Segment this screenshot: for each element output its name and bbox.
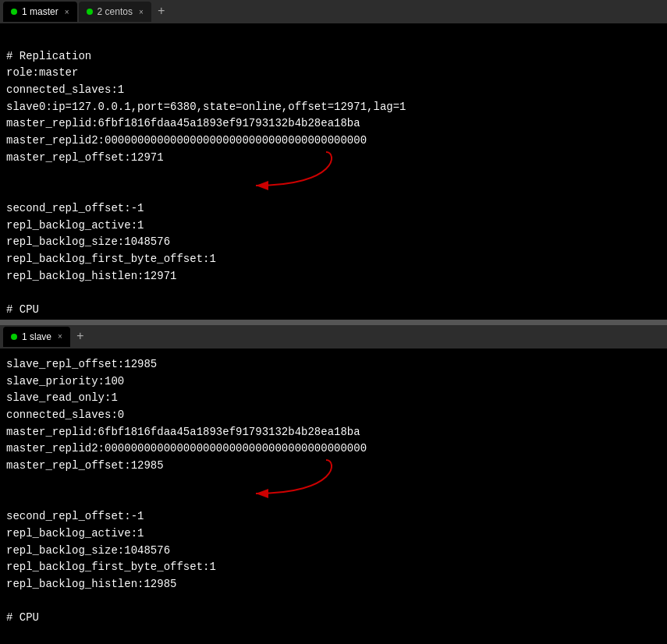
- panel-top: 1 master × 2 centos × + # Replication ro…: [0, 0, 667, 320]
- terminal-line-repl-backlog-first-bottom: repl_backlog_first_byte_offset:1: [6, 559, 661, 576]
- terminal-line-replication-header: # Replication: [6, 48, 661, 65]
- tab-master-dot: [11, 9, 17, 15]
- terminal-line-slave-priority: slave_priority:100: [6, 373, 661, 391]
- terminal-line-master-replid2-bottom: master_replid2:0000000000000000000000000…: [6, 441, 661, 458]
- tab-master-label: 1 master: [22, 6, 59, 17]
- app-container: 1 master × 2 centos × + # Replication ro…: [0, 0, 667, 644]
- terminal-line-master-repl-offset: master_repl_offset:12971: [6, 150, 661, 200]
- terminal-line-slave-read-only: slave_read_only:1: [6, 390, 661, 407]
- terminal-line-slave0: slave0:ip=127.0.0.1,port=6380,state=onli…: [6, 99, 661, 116]
- terminal-line-repl-backlog-histlen-bottom: repl_backlog_histlen:12985: [6, 576, 661, 593]
- terminal-line-repl-backlog-active: repl_backlog_active:1: [6, 218, 661, 235]
- tab-centos[interactable]: 2 centos ×: [79, 2, 151, 22]
- terminal-top: # Replication role:master connected_slav…: [0, 23, 667, 320]
- tab-centos-close[interactable]: ×: [139, 8, 144, 16]
- terminal-line-role: role:master: [6, 65, 661, 82]
- arrow-icon-top: [248, 148, 342, 191]
- terminal-line-repl-backlog-histlen: repl_backlog_histlen:12971: [6, 268, 661, 285]
- terminal-line-repl-backlog-active-bottom: repl_backlog_active:1: [6, 525, 661, 543]
- terminal-line-master-replid2: master_replid2:0000000000000000000000000…: [6, 133, 661, 150]
- terminal-line-connected-slaves: connected_slaves:1: [6, 82, 661, 99]
- tab-slave-dot: [11, 334, 17, 340]
- terminal-line-cpu-bottom: # CPU: [6, 610, 661, 627]
- tab-slave-close[interactable]: ×: [58, 332, 62, 341]
- tab-slave[interactable]: 1 slave ×: [3, 327, 70, 347]
- tab-centos-label: 2 centos: [98, 6, 133, 17]
- terminal-line-cpu-top: # CPU: [6, 302, 661, 319]
- terminal-bottom: slave_repl_offset:12985 slave_priority:1…: [0, 349, 667, 644]
- tab-bar-bottom: 1 slave × +: [0, 325, 667, 349]
- terminal-line-connected-slaves-bottom: connected_slaves:0: [6, 407, 661, 424]
- panel-bottom: 1 slave × + slave_repl_offset:12985 slav…: [0, 323, 667, 644]
- terminal-line-empty1: [6, 31, 661, 48]
- terminal-line-second-repl-offset: second_repl_offset:-1: [6, 200, 661, 218]
- terminal-line-repl-backlog-first: repl_backlog_first_byte_offset:1: [6, 251, 661, 268]
- tab-bar-top: 1 master × 2 centos × +: [0, 0, 667, 23]
- terminal-line-master-repl-offset-bottom: master_repl_offset:12985: [6, 458, 661, 508]
- add-tab-top-button[interactable]: +: [153, 3, 170, 20]
- terminal-line-master-replid: master_replid:6fbf1816fdaa45a1893ef91793…: [6, 115, 661, 133]
- terminal-line-repl-backlog-size: repl_backlog_size:1048576: [6, 234, 661, 251]
- tab-slave-label: 1 slave: [22, 331, 51, 342]
- terminal-line-empty2: [6, 285, 661, 302]
- terminal-line-repl-backlog-size-bottom: repl_backlog_size:1048576: [6, 543, 661, 560]
- add-tab-bottom-button[interactable]: +: [72, 328, 89, 345]
- terminal-line-empty-bottom: [6, 593, 661, 610]
- terminal-line-second-repl-offset-bottom: second_repl_offset:-1: [6, 508, 661, 525]
- tab-master-close[interactable]: ×: [65, 8, 69, 16]
- tab-centos-dot: [87, 9, 93, 15]
- terminal-line-slave-repl-offset: slave_repl_offset:12985: [6, 356, 661, 373]
- tab-master[interactable]: 1 master ×: [3, 2, 77, 22]
- arrow-icon-bottom: [248, 456, 342, 499]
- terminal-line-master-replid-bottom: master_replid:6fbf1816fdaa45a1893ef91793…: [6, 424, 661, 441]
